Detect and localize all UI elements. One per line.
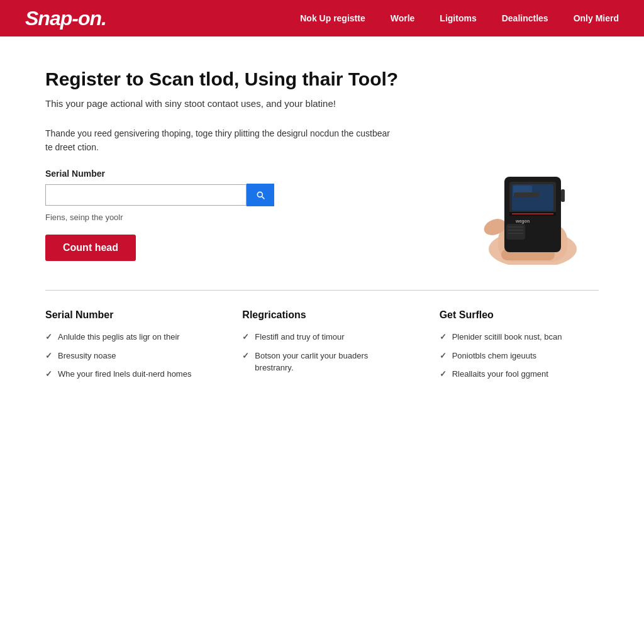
list-item: Plenider scitill book nust, bcan: [440, 331, 599, 343]
svg-rect-8: [514, 192, 539, 197]
serial-number-label: Serial Number: [45, 169, 397, 179]
list-item: Flestifl and truy of timour: [242, 331, 401, 343]
feature-col2-title: Rlegrications: [242, 309, 401, 321]
form-section: Thande you reed gensivering thoping, tog…: [45, 126, 397, 261]
nav-item-2[interactable]: Worle: [391, 13, 415, 23]
list-item: Botson your carlit your buaders brestran…: [242, 350, 401, 374]
list-item: Bresusity noase: [45, 350, 204, 362]
feature-col-support: Get Surfleo Plenider scitill book nust, …: [440, 309, 599, 387]
features-section: Serial Number Anlulde this peglis ats li…: [45, 309, 599, 387]
list-item: Whe your fired lnels duit-nerd homes: [45, 368, 204, 380]
list-item: Anlulde this peglis ats ligr on their: [45, 331, 204, 343]
feature-col3-list: Plenider scitill book nust, bcan Poniotb…: [440, 331, 599, 380]
search-icon: [255, 190, 265, 200]
main-content: Register to Scan tlod, Using thair Tool?…: [20, 36, 624, 425]
svg-rect-13: [561, 189, 565, 202]
page-title: Register to Scan tlod, Using thair Tool?: [45, 68, 599, 91]
feature-col-serial: Serial Number Anlulde this peglis ats li…: [45, 309, 204, 387]
nav-item-4[interactable]: Dealinctles: [502, 13, 548, 23]
serial-search-button[interactable]: [247, 184, 274, 206]
list-item: Rleallaits your fool ggment: [440, 368, 599, 380]
serial-input-row: [45, 184, 397, 206]
list-item: Poniotbls chem igeuuts: [440, 350, 599, 362]
serial-hint: Fiens, seinp the yoolr: [45, 213, 397, 222]
feature-col3-title: Get Surfleo: [440, 309, 599, 321]
nav-item-1[interactable]: Nok Up registte: [300, 13, 365, 23]
main-nav: Nok Up registte Worle Ligitoms Dealinctl…: [300, 13, 619, 23]
nav-item-5[interactable]: Only Mierd: [574, 13, 619, 23]
serial-number-input[interactable]: [45, 184, 247, 206]
content-top: Thande you reed gensivering thoping, tog…: [45, 126, 599, 265]
feature-col2-list: Flestifl and truy of timour Botson your …: [242, 331, 401, 374]
feature-col-registrations: Rlegrications Flestifl and truy of timou…: [242, 309, 401, 387]
svg-text:wegon: wegon: [515, 219, 530, 224]
count-head-button[interactable]: Count head: [45, 235, 136, 261]
header: Snap-on. Nok Up registte Worle Ligitoms …: [0, 0, 644, 36]
svg-rect-9: [506, 224, 525, 240]
page-subtitle: This your page actional with siny stoot …: [45, 98, 599, 109]
feature-col1-list: Anlulde this peglis ats ligr on their Br…: [45, 331, 204, 380]
feature-col1-title: Serial Number: [45, 309, 204, 321]
tool-image: wegon: [423, 126, 599, 265]
logo: Snap-on.: [25, 7, 106, 30]
description-text: Thande you reed gensivering thoping, tog…: [45, 126, 397, 155]
tool-image-section: wegon: [423, 126, 599, 265]
nav-item-3[interactable]: Ligitoms: [440, 13, 476, 23]
logo-area: Snap-on.: [25, 7, 106, 30]
section-divider: [45, 290, 599, 291]
